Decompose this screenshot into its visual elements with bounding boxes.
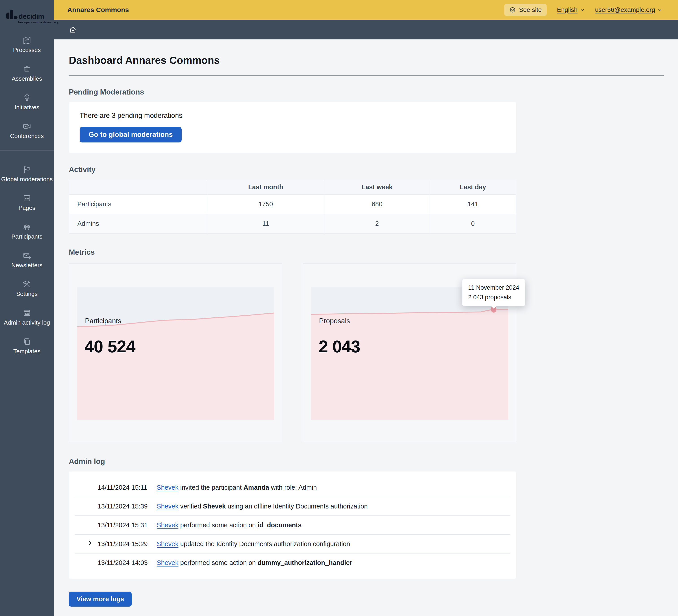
metric-value: 2 043 — [318, 337, 360, 356]
breadcrumb — [54, 20, 678, 39]
log-text: with role: Admin — [269, 484, 317, 491]
log-message: Shevek performed some action on id_docum… — [157, 522, 302, 529]
user-menu[interactable]: user56@example.org — [595, 6, 662, 13]
sidebar-item-label: Templates — [13, 348, 41, 355]
sidebar-item-label: Conferences — [10, 133, 44, 139]
eye-icon — [509, 6, 516, 13]
metric-chart: Participants40 524 — [77, 287, 274, 420]
activity-heading: Activity — [69, 165, 664, 174]
log-highlight: Amanda — [243, 484, 269, 491]
log-message: Shevek performed some action on dummy_au… — [157, 559, 352, 567]
view-more-logs-button[interactable]: View more logs — [69, 591, 131, 607]
sidebar-item-pages[interactable]: Pages — [0, 188, 54, 217]
user-link[interactable]: Shevek — [157, 484, 179, 491]
sidebar-item-initiatives[interactable]: Initiatives — [0, 88, 54, 116]
log-text: performed some action on — [179, 559, 258, 566]
metric-card-proposals: Proposals2 04311 November 20242 043 prop… — [303, 263, 516, 442]
user-link[interactable]: Shevek — [157, 522, 179, 529]
user-link[interactable]: Shevek — [157, 540, 179, 547]
people-icon — [23, 222, 31, 232]
cell-value: 11 — [207, 214, 324, 234]
column-header: Last month — [207, 180, 324, 195]
expander-placeholder — [87, 484, 98, 491]
sidebar-item-newsletters[interactable]: Newsletters — [0, 246, 54, 274]
sidebar-item-templates[interactable]: Templates — [0, 331, 54, 360]
decidim-logo: decidim free open-source democracy — [0, 0, 54, 24]
sidebar-item-participants[interactable]: Participants — [0, 217, 54, 246]
home-icon[interactable] — [69, 26, 77, 34]
log-text: verified — [179, 503, 203, 510]
log-text: invited the participant — [179, 484, 243, 491]
mailplus-icon — [23, 251, 31, 260]
bulb-icon — [23, 93, 31, 102]
expander-placeholder — [87, 502, 98, 510]
metrics-grid: Participants40 524Proposals2 04311 Novem… — [69, 263, 664, 442]
language-selector[interactable]: English — [557, 6, 585, 13]
user-link[interactable]: Shevek — [157, 503, 179, 510]
cell-value: 2 — [324, 214, 430, 234]
sidebar-item-label: Admin activity log — [4, 319, 50, 326]
metric-card-participants: Participants40 524 — [69, 263, 282, 442]
tooltip-date: 11 November 2024 — [468, 283, 519, 293]
sidebar-item-label: Newsletters — [11, 262, 42, 269]
cell-value: 680 — [324, 195, 430, 214]
table-row: Participants1750680141 — [69, 195, 516, 214]
sidebar-item-label: Initiatives — [14, 104, 39, 111]
log-timestamp: 13/11/2024 14:03 — [98, 559, 150, 567]
tools-icon — [23, 280, 31, 289]
logo-bar-icon — [10, 10, 13, 19]
sidebar-item-global-moderations[interactable]: Global moderations — [0, 160, 54, 188]
sidebar-item-assemblies[interactable]: Assemblies — [0, 59, 54, 88]
log-highlight: Shevek — [203, 503, 226, 510]
sidebar-item-conferences[interactable]: Conferences — [0, 116, 54, 145]
column-header-empty — [69, 180, 207, 195]
table-header-row: Last monthLast weekLast day — [69, 180, 516, 195]
see-site-button[interactable]: See site — [504, 4, 547, 16]
cell-value: 0 — [430, 214, 516, 234]
log-row: 13/11/2024 14:03Shevek performed some ac… — [75, 553, 510, 572]
admin-log-heading: Admin log — [69, 457, 664, 466]
log-message: Shevek verified Shevek using an offline … — [157, 503, 368, 510]
table-row: Admins1120 — [69, 214, 516, 234]
chevron-down-icon — [657, 7, 662, 12]
activity-table: Last monthLast weekLast day Participants… — [69, 180, 516, 234]
page-title: Dashboard Annares Commons — [69, 54, 664, 66]
log-row: 14/11/2024 15:11Shevek invited the parti… — [75, 478, 510, 497]
sidebar: decidim free open-source democracy Proce… — [0, 0, 54, 616]
sidebar-item-processes[interactable]: Processes — [0, 30, 54, 59]
log-message: Shevek invited the participant Amanda wi… — [157, 484, 317, 491]
cell-value: 1750 — [207, 195, 324, 214]
sidebar-item-label: Global moderations — [1, 176, 53, 182]
topbar: Annares Commons See site English user56@… — [54, 0, 678, 20]
log-timestamp: 13/11/2024 15:29 — [98, 540, 150, 548]
logo-wordmark: decidim — [18, 14, 44, 19]
logo-bar-icon — [6, 12, 9, 19]
log-timestamp: 13/11/2024 15:39 — [98, 503, 150, 510]
sidebar-item-label: Settings — [16, 291, 38, 297]
user-email-label: user56@example.org — [595, 6, 655, 13]
user-link[interactable]: Shevek — [157, 559, 179, 566]
column-header: Last day — [430, 180, 516, 195]
log-row: 13/11/2024 15:29Shevek updated the Ident… — [75, 535, 510, 553]
sidebar-divider — [0, 150, 54, 151]
sidebar-item-label: Participants — [11, 234, 42, 240]
row-label: Participants — [69, 195, 207, 214]
expander-placeholder — [87, 559, 98, 567]
metrics-heading: Metrics — [69, 248, 664, 256]
admin-log-section: Admin log 14/11/2024 15:11Shevek invited… — [69, 457, 664, 616]
log-timestamp: 13/11/2024 15:31 — [98, 522, 150, 529]
sidebar-nav: ProcessesAssembliesInitiativesConference… — [0, 30, 54, 360]
log-message: Shevek updated the Identity Documents au… — [157, 540, 350, 548]
metric-label: Proposals — [319, 317, 350, 325]
expand-chevron-icon[interactable] — [87, 540, 98, 548]
sidebar-item-admin-activity-log[interactable]: Admin activity log — [0, 303, 54, 331]
log-timestamp: 14/11/2024 15:11 — [98, 484, 150, 491]
window-icon — [23, 309, 31, 317]
title-divider — [69, 75, 664, 76]
log-text: performed some action on — [179, 522, 258, 529]
see-site-label: See site — [519, 6, 542, 13]
row-label: Admins — [69, 214, 207, 234]
language-label: English — [557, 6, 577, 13]
go-to-global-moderations-button[interactable]: Go to global moderations — [80, 127, 182, 142]
sidebar-item-settings[interactable]: Settings — [0, 274, 54, 303]
